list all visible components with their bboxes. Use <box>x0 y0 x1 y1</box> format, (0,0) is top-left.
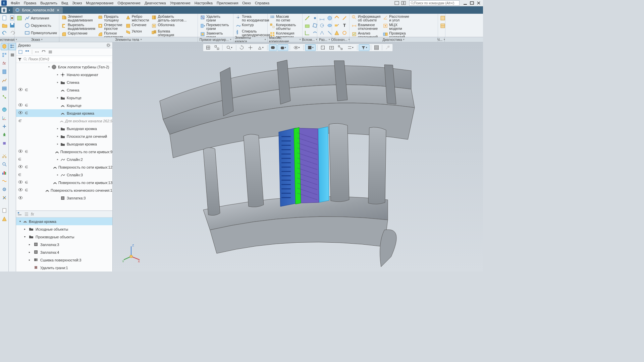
sketch-Автолиния[interactable]: Автолиния <box>23 14 58 21</box>
tree-item-Выходная-кромка[interactable]: ▸Выходная кромка <box>16 140 112 148</box>
command-search[interactable] <box>409 0 460 6</box>
tree-item-Поверхность-по-сети-кривых:13[interactable]: ∈Поверхность по сети кривых:13 <box>16 179 112 186</box>
tree-item-Плоскости-для-сечений[interactable]: ▸Плоскости для сечений <box>16 132 112 140</box>
body-Элемент-выдавливания[interactable]: Элементвыдавливания <box>60 14 96 22</box>
tree-tb-3[interactable] <box>34 49 40 55</box>
subset-icon[interactable]: ∈ <box>25 103 28 108</box>
ribbon-group-Ч...[interactable]: Ч...▾ <box>438 37 445 42</box>
annot-3[interactable] <box>333 29 340 36</box>
menu-Справка[interactable]: Справка <box>253 0 271 6</box>
ts-coord[interactable] <box>1 114 8 122</box>
subset-icon[interactable]: ∈ <box>25 149 28 154</box>
ts-robot[interactable] <box>1 139 8 147</box>
draft-1[interactable] <box>439 14 446 22</box>
dim-1[interactable] <box>318 14 326 21</box>
body-Вырезать-выдавливанием[interactable]: Вырезатьвыдавливанием <box>60 23 96 31</box>
body-Придать-толщину[interactable]: Придатьтолщину <box>97 14 124 22</box>
body-Ребро-жёсткости[interactable]: Реброжёсткости <box>124 14 150 22</box>
tree-item-Поверхность-по-сети-кривых:12[interactable]: ∈Поверхность по сети кривых:12 <box>16 163 112 171</box>
annot-5[interactable]: Т <box>341 22 348 29</box>
menu-Оформление[interactable]: Оформление <box>116 0 143 6</box>
menu-Приложения[interactable]: Приложения <box>215 0 240 6</box>
body-Скругление[interactable]: Скругление <box>60 31 96 37</box>
command-search-input[interactable] <box>414 1 458 5</box>
tree-item-Начало-координат[interactable]: ▸Начало координат <box>16 71 112 78</box>
tree-item-Сплайн:3[interactable]: ∈▸Сплайн:3 <box>16 171 112 179</box>
tf-selected[interactable]: ▾ Входная кромка <box>16 218 112 225</box>
eye-icon[interactable] <box>18 88 23 92</box>
diag-МЦХ-модели[interactable]: МЦХмодели <box>382 23 410 31</box>
ribbon-group-Системная[interactable]: Системная▾ <box>0 37 15 42</box>
tree-item-Спинка[interactable]: ∈Спинка <box>16 86 112 94</box>
minimize-button[interactable] <box>462 1 468 5</box>
open-button[interactable] <box>1 22 8 29</box>
subset-icon[interactable]: ∈ <box>25 188 28 192</box>
ts-tools[interactable] <box>1 194 8 201</box>
annot-4[interactable] <box>341 14 348 21</box>
ts-sheets[interactable] <box>1 68 8 75</box>
ts-graph[interactable] <box>1 76 8 84</box>
close-tab-icon[interactable]: ✕ <box>57 8 59 12</box>
tree-item-Спинка[interactable]: ▸Спинка <box>16 78 112 86</box>
ts-warn[interactable] <box>1 215 8 223</box>
frame-Контур[interactable]: Контур <box>234 23 271 29</box>
annot-6[interactable] <box>341 29 348 36</box>
eye-icon[interactable] <box>18 196 23 200</box>
tree-item-Заплатка:3[interactable]: Заплатка:3 <box>16 194 112 202</box>
body-Добавить-деталь-заготов...[interactable]: Добавитьдеталь-заготов... <box>150 14 187 22</box>
gear-icon[interactable] <box>106 43 110 47</box>
tree-item-Поверхность-по-сети-кривых:9[interactable]: ∈Поверхность по сети кривых:9 <box>16 148 112 156</box>
tf-item-Заплатка:4[interactable]: ▸Заплатка:4 <box>16 248 112 256</box>
tree-tb-1[interactable] <box>17 49 23 55</box>
tf-item-Заплатка:3[interactable]: ▸Заплатка:3 <box>16 241 112 248</box>
eye-icon[interactable] <box>18 180 23 185</box>
eye-icon[interactable] <box>18 149 23 154</box>
ribbon-group-Раз...[interactable]: Раз...▾ <box>317 37 332 42</box>
ribbon-group-Вспом...[interactable]: Вспом...▾ <box>303 37 317 42</box>
ts2-hamburger[interactable] <box>9 51 16 59</box>
subset-icon[interactable]: ∈ <box>18 173 21 177</box>
ts-wave[interactable] <box>1 177 8 185</box>
menu-Моделирование[interactable]: Моделирование <box>84 0 115 6</box>
tf-tab-structure[interactable] <box>17 212 22 217</box>
aux-3[interactable] <box>304 29 311 36</box>
close-button[interactable] <box>476 1 482 5</box>
dim-3[interactable] <box>318 29 326 36</box>
body-Оболочка[interactable]: Оболочка <box>150 23 187 29</box>
tree-tb-2[interactable] <box>24 49 30 55</box>
ts-gear[interactable] <box>1 186 8 193</box>
ts-plus[interactable] <box>1 123 8 130</box>
ts-scissors[interactable] <box>1 152 8 160</box>
tree-tb-5[interactable] <box>47 49 53 55</box>
menu-Управление[interactable]: Управление <box>168 0 193 6</box>
sketch-button[interactable] <box>16 14 23 22</box>
menu-Диагностика[interactable]: Диагностика <box>143 0 168 6</box>
menu-Вид[interactable]: Вид <box>59 0 70 6</box>
tree-item-Выходная-кромка[interactable]: ▸Выходная кромка <box>16 125 112 132</box>
subset-icon[interactable]: ∈ <box>25 165 28 169</box>
diag-Взаимное-отклонение[interactable]: Взаимноеотклонение <box>351 23 381 31</box>
viewport-3d[interactable]: ▾ ▾ ▾ ▾ ▾ ▾ ▾ <box>113 42 483 272</box>
tf-item-Исходные-объекты[interactable]: ▸Исходные объекты <box>16 225 112 233</box>
ribbon-group-Прямое моделир...[interactable]: Прямое моделир...▾ <box>198 37 233 42</box>
ts-links[interactable] <box>1 93 8 101</box>
menu-Настройка[interactable]: Настройка <box>193 0 215 6</box>
subset-icon[interactable]: ∈ <box>25 111 28 115</box>
ts-table[interactable] <box>1 85 8 92</box>
ts-bars[interactable] <box>1 169 8 176</box>
maximize-button[interactable] <box>469 1 475 5</box>
ts-doc[interactable] <box>1 207 8 214</box>
ts-assembly[interactable] <box>1 51 8 59</box>
ts-search[interactable] <box>1 161 8 168</box>
ts-tree[interactable] <box>1 131 8 138</box>
array-Копировать-объекты[interactable]: Копироватьобъекты <box>269 23 297 31</box>
tree-item-Для-входных-каналов-262.5[interactable]: ∈Для входных каналов 262.5 <box>16 117 112 125</box>
tree-item-Корытце[interactable]: ▸Корытце <box>16 94 112 102</box>
layout-icon-2[interactable] <box>400 1 407 5</box>
menu-Правка[interactable]: Правка <box>22 0 38 6</box>
tree-tb-4[interactable] <box>41 49 47 55</box>
ribbon-group-Элементы каркаса[interactable]: Элементы каркаса▾ <box>233 37 268 42</box>
ribbon-group-Элементы тела[interactable]: Элементы тела▾ <box>59 37 198 42</box>
menu-Выделить[interactable]: Выделить <box>38 0 59 6</box>
tf-item-Производные-объекты[interactable]: ▾Производные объекты <box>16 233 112 241</box>
